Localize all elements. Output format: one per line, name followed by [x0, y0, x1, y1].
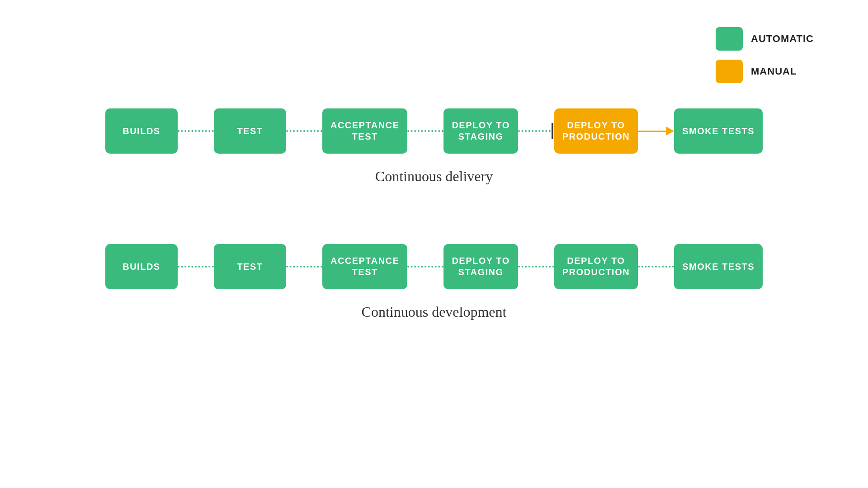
- stage-deploy-production-2: DEPLOY TOPRODUCTION: [554, 244, 638, 289]
- delivery-pipeline: BUILDS TEST ACCEPTANCETEST DEPLOY TOSTAG…: [0, 108, 868, 185]
- connector-d5: [638, 266, 674, 267]
- development-label: Continuous development: [362, 304, 507, 320]
- stage-deploy-staging-2: DEPLOY TOSTAGING: [443, 244, 518, 289]
- stage-deploy-staging: DEPLOY TOSTAGING: [443, 108, 518, 154]
- legend-manual: MANUAL: [716, 60, 814, 83]
- connector-d1: [178, 266, 214, 267]
- stage-test: TEST: [214, 108, 286, 154]
- connector-manual-gate: [518, 123, 554, 139]
- connector-1: [178, 130, 214, 132]
- connector-d4: [518, 266, 554, 267]
- connector-d2: [286, 266, 322, 267]
- connector-arrow: [638, 127, 674, 136]
- connector-3: [407, 130, 443, 132]
- development-row: BUILDS TEST ACCEPTANCETEST DEPLOY TOSTAG…: [105, 244, 763, 289]
- legend-manual-label: MANUAL: [751, 66, 797, 77]
- stage-smoke-tests: SMOKE TESTS: [674, 108, 763, 154]
- arrow-head: [666, 127, 674, 136]
- stage-smoke-tests-2: SMOKE TESTS: [674, 244, 763, 289]
- stage-deploy-production: DEPLOY TOPRODUCTION: [554, 108, 638, 154]
- stage-test-2: TEST: [214, 244, 286, 289]
- legend-automatic-box: [716, 27, 743, 51]
- stage-acceptance-test-2: ACCEPTANCETEST: [322, 244, 407, 289]
- delivery-row: BUILDS TEST ACCEPTANCETEST DEPLOY TOSTAG…: [105, 108, 763, 154]
- stage-builds: BUILDS: [105, 108, 178, 154]
- stage-builds-2: BUILDS: [105, 244, 178, 289]
- legend-manual-box: [716, 60, 743, 83]
- connector-2: [286, 130, 322, 132]
- development-pipeline: BUILDS TEST ACCEPTANCETEST DEPLOY TOSTAG…: [0, 244, 868, 320]
- arrow-line: [638, 131, 666, 132]
- connector-d3: [407, 266, 443, 267]
- legend-automatic-label: AUTOMATIC: [751, 33, 814, 45]
- legend: AUTOMATIC MANUAL: [716, 27, 814, 83]
- manual-gate-bar: [552, 123, 553, 139]
- legend-automatic: AUTOMATIC: [716, 27, 814, 51]
- stage-acceptance-test: ACCEPTANCETEST: [322, 108, 407, 154]
- delivery-label: Continuous delivery: [375, 168, 493, 185]
